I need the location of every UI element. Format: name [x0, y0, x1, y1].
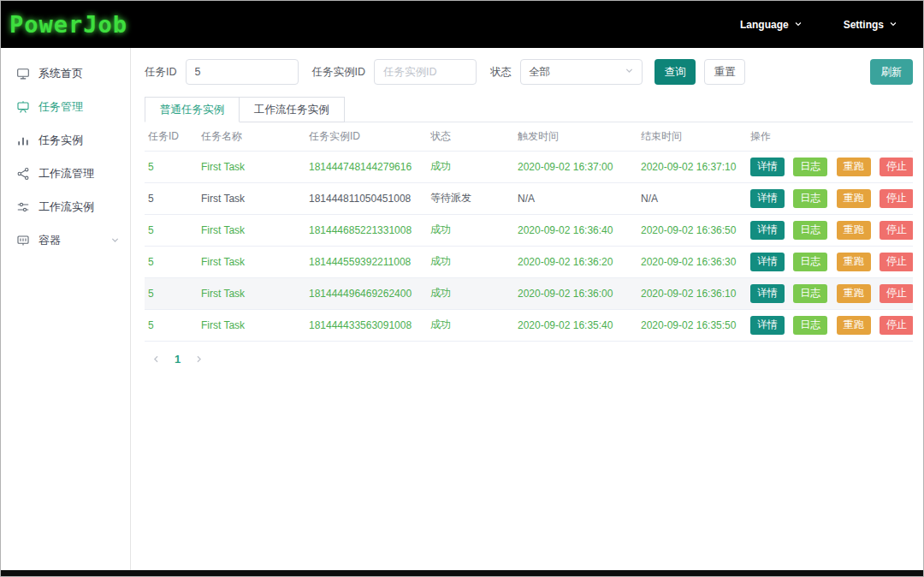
log-button[interactable]: 日志: [793, 158, 827, 176]
sidebar-item-label: 容器: [38, 233, 61, 248]
reset-button[interactable]: 重置: [704, 59, 745, 85]
detail-button[interactable]: 详情: [750, 189, 785, 208]
cell-actions: 详情 日志 重跑 停止: [747, 151, 913, 182]
stop-button[interactable]: 停止: [880, 284, 913, 303]
header-menus: Language Settings: [740, 19, 897, 31]
status-label: 状态: [490, 65, 512, 80]
chevron-down-icon: [794, 19, 803, 31]
detail-button[interactable]: 详情: [750, 284, 785, 303]
sidebar-item[interactable]: 系统首页: [1, 57, 130, 90]
rerun-button[interactable]: 重跑: [837, 316, 871, 335]
settings-menu-label: Settings: [844, 19, 884, 31]
column-header: 结束时间: [637, 122, 747, 151]
cell-finish-time: 2020-09-02 16:36:30: [637, 246, 747, 277]
cell-trigger-time: 2020-09-02 16:35:40: [514, 309, 637, 341]
pagination: 1: [145, 342, 913, 366]
tab[interactable]: 工作流任务实例: [240, 97, 345, 122]
chevron-down-icon: [889, 19, 897, 31]
cell-finish-time: 2020-09-02 16:36:10: [637, 277, 747, 309]
rerun-button[interactable]: 重跑: [837, 189, 871, 208]
sidebar-item-label: 任务管理: [38, 99, 83, 115]
stop-button[interactable]: 停止: [880, 221, 913, 240]
cell-instance-id: 181444748144279616: [305, 151, 427, 182]
bottom-bar: [1, 570, 923, 576]
tab-label: 普通任务实例: [160, 103, 224, 117]
rerun-button[interactable]: 重跑: [837, 221, 871, 240]
table-body: 5 First Task 181444748144279616 成功 2020-…: [145, 151, 913, 341]
cell-actions: 详情 日志 重跑 停止: [747, 277, 913, 309]
instance-tabs: 普通任务实例 工作流任务实例: [145, 97, 913, 122]
language-menu[interactable]: Language: [740, 19, 803, 31]
tab[interactable]: 普通任务实例: [145, 97, 240, 122]
app-window: PowerJob Language Settings 系统首页: [0, 0, 924, 577]
settings-menu[interactable]: Settings: [844, 19, 897, 31]
cell-actions: 详情 日志 重跑 停止: [747, 246, 913, 277]
detail-button[interactable]: 详情: [750, 253, 785, 271]
log-button[interactable]: 日志: [793, 316, 827, 335]
filter-bar: 任务ID 任务实例ID 状态 全部 查询 重置 刷新: [145, 59, 913, 85]
rerun-button[interactable]: 重跑: [837, 158, 871, 176]
cell-task-id: 5: [145, 309, 198, 341]
cell-trigger-time: 2020-09-02 16:36:40: [514, 214, 637, 246]
main-area: 系统首页 任务管理 任务实例 工作流管理 工作流实例 容器: [1, 48, 923, 570]
cell-task-name: First Task: [198, 151, 305, 182]
cell-trigger-time: N/A: [514, 182, 637, 214]
rerun-button[interactable]: 重跑: [837, 253, 871, 271]
column-header: 任务名称: [198, 122, 305, 151]
instance-id-input[interactable]: [374, 59, 477, 85]
board-icon: [16, 100, 30, 114]
detail-button[interactable]: 详情: [750, 158, 785, 176]
detail-button[interactable]: 详情: [750, 221, 785, 240]
sidebar-item-label: 工作流实例: [38, 199, 94, 215]
cell-task-name: First Task: [198, 277, 305, 309]
chevron-down-icon: [110, 235, 120, 245]
sidebar-item-label: 系统首页: [38, 66, 83, 81]
log-button[interactable]: 日志: [793, 284, 827, 303]
cell-instance-id: 181444685221331008: [305, 214, 427, 246]
cell-finish-time: 2020-09-02 16:36:50: [637, 214, 747, 246]
cell-finish-time: 2020-09-02 16:37:10: [637, 151, 747, 182]
sidebar-item[interactable]: 任务实例: [1, 123, 130, 157]
language-menu-label: Language: [740, 19, 789, 31]
table-row: 5 First Task 181444496469262400 成功 2020-…: [145, 277, 913, 309]
sidebar-item[interactable]: 任务管理: [1, 90, 130, 123]
sidebar-item-label: 工作流管理: [38, 166, 94, 181]
sidebar-item[interactable]: 容器: [1, 223, 130, 257]
detail-button[interactable]: 详情: [750, 316, 785, 335]
instance-id-label: 任务实例ID: [312, 65, 366, 80]
page-number[interactable]: 1: [175, 353, 181, 366]
cell-task-name: First Task: [198, 214, 305, 246]
cell-status: 成功: [427, 277, 514, 309]
query-button[interactable]: 查询: [654, 59, 696, 85]
log-button[interactable]: 日志: [793, 253, 827, 271]
column-header: 触发时间: [514, 122, 637, 151]
chevron-right-icon[interactable]: [194, 354, 204, 364]
status-select[interactable]: 全部: [520, 59, 643, 85]
table-row: 5 First Task 181444748144279616 成功 2020-…: [145, 151, 913, 182]
sidebar-item[interactable]: 工作流实例: [1, 190, 130, 223]
log-button[interactable]: 日志: [793, 221, 827, 240]
log-button[interactable]: 日志: [793, 189, 827, 208]
stop-button[interactable]: 停止: [880, 316, 913, 335]
cell-instance-id: 181444496469262400: [305, 277, 427, 309]
cell-status: 等待派发: [427, 182, 514, 214]
cell-task-id: 5: [145, 277, 198, 309]
refresh-button[interactable]: 刷新: [870, 59, 913, 85]
cell-task-id: 5: [145, 182, 198, 214]
stop-button[interactable]: 停止: [880, 189, 913, 208]
stop-button[interactable]: 停止: [880, 253, 913, 271]
cell-task-id: 5: [145, 214, 198, 246]
task-id-label: 任务ID: [145, 65, 177, 80]
chevron-left-icon[interactable]: [151, 354, 161, 364]
cell-actions: 详情 日志 重跑 停止: [747, 182, 913, 214]
stop-button[interactable]: 停止: [880, 158, 913, 176]
task-id-input[interactable]: [186, 59, 299, 85]
cell-task-id: 5: [145, 151, 198, 182]
rerun-button[interactable]: 重跑: [837, 284, 871, 303]
cell-instance-id: 181444811050451008: [305, 182, 427, 214]
cell-finish-time: N/A: [637, 182, 747, 214]
content-area: 任务ID 任务实例ID 状态 全部 查询 重置 刷新 普通任务实例 工作流任务实…: [131, 48, 923, 570]
cell-status: 成功: [427, 214, 514, 246]
sidebar-item[interactable]: 工作流管理: [1, 157, 130, 190]
cell-actions: 详情 日志 重跑 停止: [747, 309, 913, 341]
